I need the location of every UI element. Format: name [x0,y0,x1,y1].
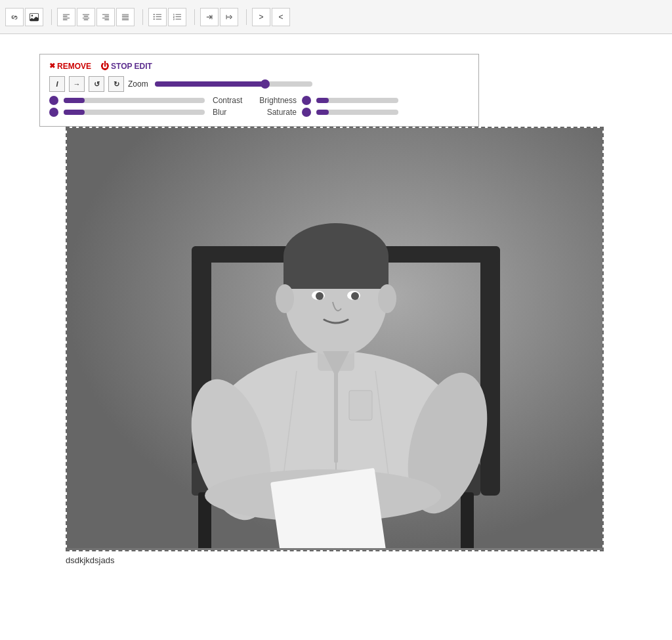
toolbar-link-image-group [5,8,43,26]
align-right-icon [101,12,110,22]
saturate-slider-fill [316,110,329,115]
separator-4 [246,9,247,25]
unordered-list-icon [153,12,162,22]
svg-point-26 [378,284,396,313]
zoom-slider-thumb[interactable] [261,79,270,89]
editor-controls-row: I → ↺ ↻ Zoom [49,76,469,92]
zoom-slider-track [155,81,312,87]
link-button[interactable] [5,8,24,26]
svg-rect-8 [461,492,474,548]
blur-label: Blur [213,108,249,117]
svg-point-23 [316,292,324,300]
align-center-button[interactable] [77,8,95,26]
saturate-slider-track [316,110,398,115]
photo-svg [67,128,604,548]
contrast-label: Contrast [213,96,249,105]
blur-saturate-row: Blur Saturate [49,108,469,117]
editor-actions: REMOVE STOP EDIT [49,61,469,71]
photo-display [67,128,602,550]
align-right-button[interactable] [96,8,115,26]
indent-icon [205,12,214,22]
align-left-icon [62,12,71,22]
toolbar-list-group [148,8,186,26]
brightness-slider-fill [316,98,329,103]
svg-rect-20 [284,256,388,289]
justify-icon [121,12,130,22]
outdent-icon [224,12,234,22]
separator-2 [142,9,143,25]
justify-button[interactable] [116,8,135,26]
svg-rect-3 [480,246,500,496]
undo-button[interactable]: ↺ [89,76,104,92]
ordered-list-icon [173,12,182,22]
contrast-slider-track [64,98,205,103]
image-icon [30,12,39,22]
toolbar-expand-group: > < [252,8,290,26]
expand-icon: > [259,12,263,22]
move-button[interactable]: → [69,76,85,92]
indent-button[interactable] [200,8,219,26]
outdent-button[interactable] [220,8,238,26]
contrast-brightness-row: Contrast Brightness [49,96,469,105]
svg-rect-28 [334,364,338,463]
remove-button[interactable]: REMOVE [49,62,91,71]
collapse-icon: < [278,12,283,22]
align-center-icon [81,12,91,22]
main-content: REMOVE STOP EDIT I → ↺ ↻ Zoom [0,34,672,640]
ordered-list-button[interactable] [168,8,186,26]
zoom-slider-fill [155,81,265,87]
separator-1 [51,9,52,25]
italic-button[interactable]: I [49,76,65,92]
svg-rect-29 [349,391,372,420]
editor-panel: REMOVE STOP EDIT I → ↺ ↻ Zoom [39,54,479,127]
link-icon [10,12,19,22]
blur-slider-fill [64,110,85,115]
contrast-slider-fill [64,98,85,103]
blur-slider-track [64,110,205,115]
expand-button[interactable]: > [252,8,270,26]
toolbar-align-group [57,8,135,26]
image-button[interactable] [25,8,43,26]
contrast-thumb-left[interactable] [49,96,58,105]
collapse-button[interactable]: < [272,8,290,26]
blur-thumb-left[interactable] [49,108,58,117]
saturate-label: Saturate [254,108,297,117]
toolbar-indent-group [200,8,238,26]
stop-edit-button[interactable]: STOP EDIT [100,61,152,71]
image-wrapper [66,127,604,551]
svg-point-24 [351,292,359,300]
toolbar: > < [0,0,672,34]
saturate-thumb-left[interactable] [302,108,311,117]
brightness-thumb-left[interactable] [302,96,311,105]
zoom-label: Zoom [128,79,148,89]
unordered-list-button[interactable] [148,8,167,26]
brightness-label: Brightness [254,96,297,105]
image-editor-container: REMOVE STOP EDIT I → ↺ ↻ Zoom [39,54,604,565]
image-caption: dsdkjkdsjads [66,555,604,565]
redo-button[interactable]: ↻ [108,76,124,92]
svg-point-25 [276,284,294,313]
brightness-slider-track [316,98,398,103]
align-left-button[interactable] [57,8,75,26]
separator-3 [194,9,195,25]
